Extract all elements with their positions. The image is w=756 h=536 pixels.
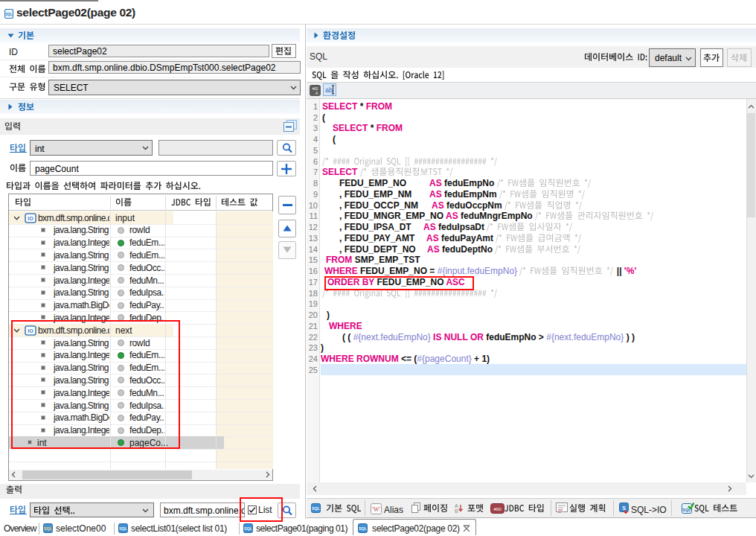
- svg-text:A: A: [455, 503, 458, 508]
- svg-text:SQL: SQL: [5, 13, 13, 16]
- svg-text:B: B: [455, 508, 458, 514]
- svg-text:SQL: SQL: [359, 526, 368, 531]
- svg-text:→A: →A: [313, 92, 318, 95]
- svg-text:SQL: SQL: [244, 526, 253, 531]
- svg-text:SQL: SQL: [312, 506, 321, 511]
- svg-text:SQL: SQL: [119, 526, 128, 531]
- svg-text:'W': 'W': [372, 506, 380, 513]
- svg-text:IO: IO: [28, 216, 33, 221]
- svg-text:#00: #00: [493, 507, 502, 511]
- svg-text:S: S: [622, 505, 626, 511]
- svg-text:ab: ab: [325, 86, 333, 94]
- svg-text:SQL: SQL: [44, 526, 53, 531]
- svg-text:#00: #00: [313, 87, 318, 91]
